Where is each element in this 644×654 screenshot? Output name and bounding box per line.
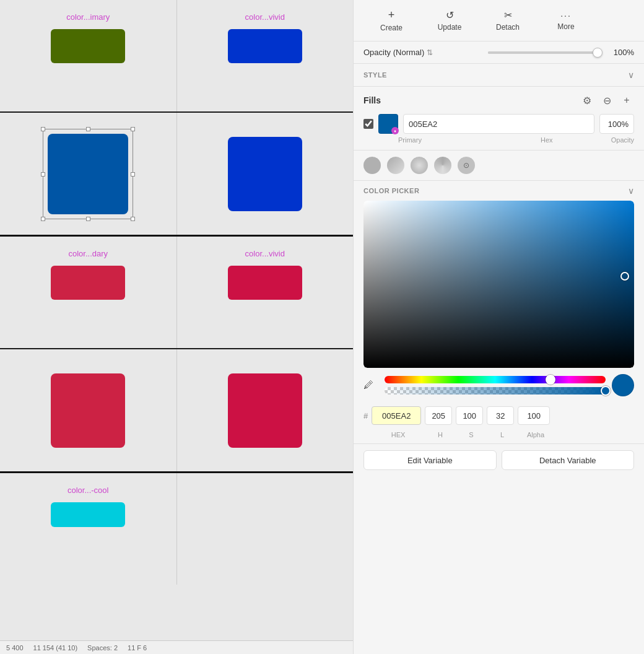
color-gradient-canvas[interactable] xyxy=(363,201,634,368)
hue-row: 🖉 xyxy=(354,368,644,403)
canvas-cell-vivid2: color...vivid xyxy=(177,237,354,348)
canvas-cell-selected xyxy=(0,113,177,235)
handle-tl xyxy=(41,127,45,131)
style-section: STYLE ∨ xyxy=(354,64,644,87)
more-icon: ··· xyxy=(560,11,572,20)
cell-label-primary: color...imary xyxy=(19,12,158,22)
handle-br xyxy=(131,217,135,221)
color-mode-row: ⊙ xyxy=(354,150,644,181)
toolbar-update[interactable]: ↺ Update xyxy=(422,6,477,35)
toolbar-create[interactable]: + Create xyxy=(363,5,419,36)
more-label: More xyxy=(557,22,574,31)
color-picker-section: COLOR PICKER ∨ 🖉 # xyxy=(354,181,644,444)
color-picker-header[interactable]: COLOR PICKER ∨ xyxy=(354,181,644,201)
style-title: STYLE xyxy=(363,71,387,79)
create-label: Create xyxy=(380,24,402,32)
eyedropper-btn[interactable]: 🖉 xyxy=(363,380,378,391)
style-header[interactable]: STYLE ∨ xyxy=(363,70,634,80)
s-value-input[interactable] xyxy=(456,406,483,425)
canvas-row-3: color...dary color...vivid xyxy=(0,237,353,349)
color-swatch-cool[interactable] xyxy=(51,502,125,527)
detach-variable-btn[interactable]: Detach Variable xyxy=(502,450,635,470)
status-item-4: 11 F 6 xyxy=(128,644,147,652)
opacity-thumb[interactable] xyxy=(593,48,603,58)
toolbar-detach[interactable]: ✂ Detach xyxy=(480,6,536,35)
status-item-3: Spaces: 2 xyxy=(87,644,118,652)
toolbar-more[interactable]: ··· More xyxy=(538,7,594,35)
color-picker-title: COLOR PICKER xyxy=(363,187,419,194)
opacity-label: Opacity (Normal) ⇅ xyxy=(363,48,478,57)
create-icon: + xyxy=(388,9,395,22)
hue-slider[interactable] xyxy=(385,376,606,383)
fills-actions: ⚙ ⊖ + xyxy=(580,93,634,108)
mode-image-btn[interactable]: ⊙ xyxy=(458,157,475,174)
alpha-slider[interactable] xyxy=(385,387,606,395)
mode-radial-btn[interactable] xyxy=(411,157,428,174)
color-value-labels: HEX H S L Alpha xyxy=(354,431,644,443)
canvas-cell-secondary: color...dary xyxy=(0,237,177,348)
fill-hex-input[interactable] xyxy=(403,114,594,134)
variable-buttons: Edit Variable Detach Variable xyxy=(354,444,644,476)
handle-tm xyxy=(86,127,90,131)
canvas-row-5: color...-cool xyxy=(0,473,353,585)
color-swatch-vivid1[interactable] xyxy=(228,29,302,63)
library-icon: ♦ xyxy=(391,127,399,134)
mode-angular-btn[interactable] xyxy=(434,157,451,174)
opacity-row: Opacity (Normal) ⇅ 100% xyxy=(363,48,634,57)
fill-checkbox[interactable] xyxy=(363,119,373,129)
update-label: Update xyxy=(438,23,462,32)
selected-swatch-wrapper[interactable] xyxy=(48,134,128,214)
hex-value-input[interactable] xyxy=(372,406,421,425)
color-preview-circle xyxy=(612,374,634,396)
alpha-value-input[interactable] xyxy=(518,406,550,425)
fills-add-btn[interactable]: + xyxy=(619,93,634,108)
opacity-arrows[interactable]: ⇅ xyxy=(427,48,433,57)
picker-thumb[interactable] xyxy=(620,272,629,281)
detach-icon: ✂ xyxy=(504,9,512,21)
cell-label-vivid2: color...vivid xyxy=(196,249,335,258)
canvas-cell-red1 xyxy=(0,349,177,471)
color-swatch-secondary[interactable] xyxy=(51,266,125,300)
fill-opacity-input[interactable] xyxy=(599,114,634,134)
canvas-cell-cool: color...-cool xyxy=(0,473,177,585)
edit-variable-btn[interactable]: Edit Variable xyxy=(363,450,497,470)
style-chevron-icon: ∨ xyxy=(628,70,634,80)
handle-bm xyxy=(86,217,90,221)
right-panel: + Create ↺ Update ✂ Detach ··· More Opac… xyxy=(353,0,644,654)
handle-ml xyxy=(41,172,45,177)
cell-label-cool: color...-cool xyxy=(19,486,158,495)
s-label: S xyxy=(458,431,485,438)
color-swatch-red2[interactable] xyxy=(228,373,302,448)
h-value-input[interactable] xyxy=(425,406,452,425)
color-swatch-selected[interactable] xyxy=(48,134,128,214)
l-label: L xyxy=(489,431,516,438)
hue-thumb[interactable] xyxy=(546,375,555,385)
mode-gradient-btn[interactable] xyxy=(387,157,404,174)
opacity-slider[interactable] xyxy=(488,51,603,54)
color-swatch-blue2[interactable] xyxy=(228,137,302,211)
handle-tr xyxy=(131,127,135,131)
h-label: H xyxy=(427,431,454,438)
canvas-panel: color...imary color...vivid xyxy=(0,0,353,654)
cell-label-vivid1: color...vivid xyxy=(196,12,335,22)
cell-label-secondary: color...dary xyxy=(19,249,158,258)
alpha-thumb[interactable] xyxy=(601,386,611,396)
l-value-input[interactable] xyxy=(487,406,514,425)
handle-mr xyxy=(131,172,135,177)
fill-color-swatch[interactable]: ♦ xyxy=(378,114,398,134)
fills-section: Fills ⚙ ⊖ + ♦ Primary Hex Opacity xyxy=(354,87,644,150)
mode-solid-btn[interactable] xyxy=(363,157,381,174)
fill-label-primary: Primary xyxy=(398,136,494,144)
color-swatch-red1[interactable] xyxy=(51,373,125,448)
canvas-row-4 xyxy=(0,349,353,473)
gradient-bg xyxy=(363,201,634,368)
fill-label-hex: Hex xyxy=(499,136,595,144)
color-swatch-vivid2[interactable] xyxy=(228,266,302,300)
color-picker-chevron: ∨ xyxy=(628,186,634,196)
fills-minus-btn[interactable]: ⊖ xyxy=(599,93,614,108)
fills-settings-btn[interactable]: ⚙ xyxy=(580,93,594,108)
color-swatch-primary[interactable] xyxy=(51,29,125,63)
fill-label-opacity: Opacity xyxy=(599,136,634,144)
canvas-row-2 xyxy=(0,113,353,237)
toolbar: + Create ↺ Update ✂ Detach ··· More xyxy=(354,0,644,41)
